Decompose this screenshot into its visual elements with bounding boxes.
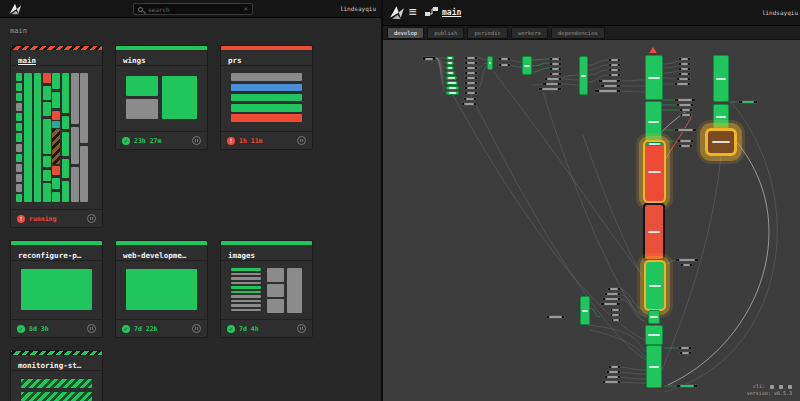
job-block[interactable]	[16, 83, 23, 91]
job-block[interactable]	[71, 127, 79, 165]
graph-resource-label[interactable]	[677, 139, 694, 143]
graph-job-failed-highlighted[interactable]	[643, 140, 666, 203]
clear-search-icon[interactable]: ×	[244, 5, 248, 13]
job-block[interactable]	[43, 156, 51, 167]
graph-resource-label[interactable]	[678, 144, 693, 148]
graph-resource-label[interactable]	[608, 365, 621, 369]
job-block[interactable]	[52, 178, 60, 189]
pipeline-card-main[interactable]: main!running	[10, 45, 103, 228]
tab-develop[interactable]: develop	[387, 27, 424, 39]
job-block[interactable]	[52, 129, 60, 164]
graph-job[interactable]	[646, 142, 663, 146]
job-block[interactable]	[231, 295, 262, 298]
pipeline-card-title[interactable]: prs	[228, 56, 242, 65]
graph-resource-label[interactable]	[679, 351, 692, 355]
pipeline-card-title[interactable]: images	[228, 251, 255, 260]
graph-resource-label[interactable]	[608, 63, 621, 67]
job-block[interactable]	[16, 194, 23, 202]
graph-resource-label[interactable]	[549, 72, 562, 76]
job-block[interactable]	[267, 299, 284, 313]
graph-resource-label[interactable]	[464, 56, 478, 60]
graph-resource-label[interactable]	[678, 57, 691, 61]
graph-resource-label[interactable]	[464, 86, 478, 90]
job-block[interactable]	[231, 273, 262, 276]
job-block[interactable]	[16, 73, 23, 81]
job-block[interactable]	[126, 76, 158, 97]
graph-resource[interactable]	[446, 76, 457, 80]
graph-resource[interactable]	[446, 61, 454, 65]
graph-job[interactable]	[713, 55, 729, 102]
job-block[interactable]	[80, 146, 88, 203]
graph-job[interactable]	[522, 56, 532, 75]
job-block[interactable]	[267, 268, 284, 282]
job-block[interactable]	[16, 123, 23, 131]
graph-resource[interactable]	[446, 66, 454, 70]
job-block[interactable]	[52, 166, 60, 175]
job-block[interactable]	[71, 73, 79, 124]
graph-job[interactable]	[648, 310, 660, 324]
job-block[interactable]	[62, 159, 70, 178]
graph-output-label[interactable]	[676, 384, 698, 388]
tab-publish[interactable]: publish	[427, 27, 464, 39]
graph-resource-label[interactable]	[598, 79, 621, 83]
graph-resource-label[interactable]	[464, 91, 478, 95]
concourse-logo-icon[interactable]	[8, 2, 22, 16]
graph-resource-label[interactable]	[610, 308, 621, 312]
graph-resource-label[interactable]	[602, 297, 621, 301]
search-input[interactable]	[146, 5, 244, 14]
graph-resource-label[interactable]	[546, 315, 565, 319]
job-block[interactable]	[24, 73, 32, 203]
pipeline-card-title[interactable]: main	[18, 56, 36, 65]
job-block[interactable]	[231, 277, 262, 280]
graph-resource-label[interactable]	[498, 63, 511, 67]
pipeline-card-title[interactable]: reconfigure-p…	[18, 251, 81, 260]
job-block[interactable]	[16, 174, 23, 182]
graph-resource-label[interactable]	[538, 87, 562, 91]
graph-resource[interactable]	[446, 86, 459, 90]
graph-resource-label[interactable]	[680, 263, 693, 267]
graph-resource-label[interactable]	[675, 258, 699, 262]
graph-job-failed[interactable]	[643, 203, 665, 261]
graph-resource-label[interactable]	[464, 81, 478, 85]
pipeline-name[interactable]: main	[442, 8, 461, 17]
pipeline-card-title[interactable]: wings	[123, 56, 146, 65]
job-block[interactable]	[231, 114, 302, 121]
job-block[interactable]	[16, 113, 23, 121]
job-block[interactable]	[43, 86, 51, 100]
graph-job[interactable]	[646, 345, 662, 388]
job-block[interactable]	[52, 92, 60, 108]
pipeline-card-images[interactable]: images✓7d 4h	[220, 240, 313, 338]
graph-resource-label[interactable]	[608, 73, 621, 77]
pipeline-card-monitoring-st[interactable]: monitoring-st…	[10, 350, 103, 401]
graph-resource-label[interactable]	[549, 57, 562, 61]
graph-resource-label[interactable]	[674, 82, 691, 86]
pause-toggle-icon[interactable]	[87, 324, 96, 333]
pipeline-card-prs[interactable]: prs!1h 11m	[220, 45, 313, 150]
tab-periodic[interactable]: periodic	[467, 27, 508, 39]
cli-windows-icon[interactable]	[779, 385, 783, 389]
graph-resource-label[interactable]	[608, 58, 621, 62]
concourse-logo-icon[interactable]	[388, 4, 405, 21]
graph-resource-label[interactable]	[608, 68, 621, 72]
job-block[interactable]	[126, 99, 158, 120]
graph-resource-label[interactable]	[542, 82, 562, 86]
job-block[interactable]	[287, 268, 302, 313]
job-block[interactable]	[162, 76, 198, 119]
graph-job-errored-pinned[interactable]	[705, 128, 737, 156]
job-block[interactable]	[71, 167, 79, 202]
pipeline-card-reconfigure-p[interactable]: reconfigure-p…✓8d 3h	[10, 240, 103, 338]
graph-resource-label[interactable]	[607, 287, 621, 291]
graph-resource-label[interactable]	[611, 318, 621, 322]
job-block[interactable]	[16, 93, 23, 101]
pause-toggle-icon[interactable]	[192, 136, 201, 145]
graph-job[interactable]	[645, 55, 663, 100]
graph-resource-label[interactable]	[678, 67, 691, 71]
graph-job[interactable]	[579, 56, 588, 95]
cli-linux-icon[interactable]	[788, 385, 792, 389]
job-block[interactable]	[21, 379, 92, 388]
pause-toggle-icon[interactable]	[87, 214, 96, 223]
graph-resource[interactable]	[446, 71, 455, 75]
cli-apple-icon[interactable]	[770, 385, 774, 389]
job-block[interactable]	[34, 73, 42, 203]
job-block[interactable]	[16, 164, 23, 172]
